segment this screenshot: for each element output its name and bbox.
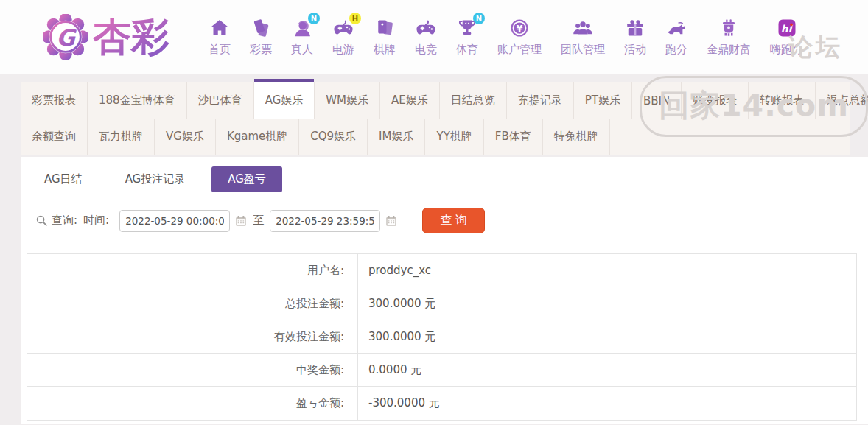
report-tab-label: FB体育 <box>495 130 531 144</box>
lottery-ticket-icon <box>250 17 272 39</box>
report-tab[interactable]: AE娱乐 <box>380 82 440 119</box>
report-tab-label: 彩票报表 <box>32 94 76 108</box>
nav-item-label: 体育 <box>456 43 478 57</box>
sub-tab-label: AG盈亏 <box>228 172 266 186</box>
svg-text:G: G <box>56 24 77 51</box>
nav-item-label: 首页 <box>209 43 231 57</box>
nav-item-label: 电竞 <box>415 43 437 57</box>
nav-item-label: 嗨跑分 <box>770 43 803 57</box>
nav-item[interactable]: N 体育 <box>447 17 488 57</box>
report-tabs-panel: 彩票报表 188金宝博体育 沙巴体育 AG娱乐 WM娱乐 AE娱乐 日结总览 充… <box>21 82 850 155</box>
report-tab[interactable]: VG娱乐 <box>155 119 216 155</box>
nav-item-label: 团队管理 <box>561 43 605 57</box>
nav-item[interactable]: H 电游 <box>323 17 364 57</box>
nav-item-label: 真人 <box>291 43 313 57</box>
report-tab[interactable]: 日结总览 <box>440 82 507 119</box>
report-tab-label: CQ9娱乐 <box>310 130 356 144</box>
report-tab-label: BBIN <box>643 94 670 108</box>
summary-row: 中奖金额: 0.0000 元 <box>27 354 856 387</box>
summary-row: 盈亏金额: -300.0000 元 <box>27 387 856 420</box>
end-time-input[interactable] <box>270 210 380 232</box>
summary-row-value: -300.0000 元 <box>358 387 856 420</box>
sub-tab[interactable]: AG日结 <box>28 166 99 192</box>
ag-sub-tabs: AG日结 AG投注记录 AG盈亏 <box>21 166 868 192</box>
main-nav: 首页 彩票 N 真人 H 电游 棋牌 电竞 N 体育 ¥ 账户管理 团队管理 活… <box>199 17 813 57</box>
nav-item-label: 账户管理 <box>497 43 542 57</box>
report-tab-label: PT娱乐 <box>585 94 620 108</box>
nav-item[interactable]: 跑分 <box>656 17 697 57</box>
summary-row-value: proddyc_xc <box>358 254 856 287</box>
nav-item[interactable]: 首页 <box>199 17 240 57</box>
report-tab[interactable]: YY棋牌 <box>425 119 483 155</box>
report-tab-label: 返点总额 <box>827 94 868 108</box>
brand-name: 杏彩 <box>93 14 187 60</box>
report-tab[interactable]: PT娱乐 <box>574 82 632 119</box>
summary-row-label: 总投注金额: <box>27 287 358 320</box>
nav-item[interactable]: 团队管理 <box>551 17 615 57</box>
report-tab-label: 瓦力棋牌 <box>99 130 143 144</box>
content-panel: AG日结 AG投注记录 AG盈亏 查询: 时间: <box>21 157 868 424</box>
report-tab-label: VG娱乐 <box>166 130 204 144</box>
summary-row-value: 0.0000 元 <box>358 354 856 386</box>
report-tab[interactable]: IM娱乐 <box>368 119 425 155</box>
search-submit-button[interactable]: 查 询 <box>422 208 485 233</box>
report-tab[interactable]: 沙巴体育 <box>187 82 254 119</box>
summary-row-label: 中奖金额: <box>27 354 358 386</box>
nav-item[interactable]: 电竞 <box>405 17 447 57</box>
report-tab-label: 账变报表 <box>693 94 737 108</box>
nav-item[interactable]: hi 嗨跑分 <box>760 17 813 57</box>
report-tab-label: 特兔棋牌 <box>554 130 598 144</box>
report-tab[interactable]: 返点总额 <box>816 82 868 119</box>
nav-item[interactable]: 金鼎财富 <box>697 17 760 57</box>
activity-gift-icon <box>624 17 646 39</box>
query-label: 查询: <box>52 214 77 228</box>
nav-item[interactable]: N 真人 <box>281 17 323 57</box>
brand-logo[interactable]: G 杏彩 <box>43 14 187 60</box>
search-form: 查询: 时间: 至 <box>35 208 868 233</box>
report-tab[interactable]: AG娱乐 <box>254 82 315 119</box>
report-tab-label: 日结总览 <box>451 94 495 108</box>
report-tab[interactable]: BBIN <box>632 82 682 119</box>
sub-tab-label: AG投注记录 <box>125 172 186 186</box>
report-tab[interactable]: 瓦力棋牌 <box>88 119 155 155</box>
search-icon <box>35 214 48 227</box>
report-tab[interactable]: 转账报表 <box>749 82 816 119</box>
report-tab[interactable]: 特兔棋牌 <box>543 119 610 155</box>
summary-row-value: 300.0000 元 <box>358 287 856 320</box>
report-tab-label: IM娱乐 <box>379 130 413 144</box>
nav-item-label: 活动 <box>624 43 646 57</box>
calendar-icon[interactable] <box>234 214 248 228</box>
report-tab-label: Kgame棋牌 <box>227 130 287 144</box>
nav-item[interactable]: 棋牌 <box>364 17 405 57</box>
nav-item[interactable]: 彩票 <box>240 17 281 57</box>
nav-badge: H <box>349 13 361 24</box>
sub-tab[interactable]: AG投注记录 <box>109 166 202 192</box>
report-tab[interactable]: 余额查询 <box>21 119 88 155</box>
sub-tab[interactable]: AG盈亏 <box>211 166 282 192</box>
start-time-input[interactable] <box>119 210 230 232</box>
nav-item[interactable]: ¥ 账户管理 <box>488 17 551 57</box>
report-tab-label: WM娱乐 <box>326 94 368 108</box>
top-navbar: G 杏彩 首页 彩票 N 真人 H 电游 棋牌 电竞 N 体育 ¥ 账户管理 <box>0 0 868 74</box>
nav-badge: N <box>308 13 320 24</box>
summary-row-value: 300.0000 元 <box>358 320 856 353</box>
nav-badge: N <box>473 13 485 24</box>
time-label: 时间: <box>83 214 109 228</box>
report-tab[interactable]: FB体育 <box>484 119 543 155</box>
report-tab[interactable]: 账变报表 <box>682 82 749 119</box>
nav-item-label: 彩票 <box>250 43 272 57</box>
calendar-icon[interactable] <box>385 214 398 228</box>
nav-item[interactable]: 活动 <box>615 17 656 57</box>
summary-row: 有效投注金额: 300.0000 元 <box>27 320 856 354</box>
report-tab-label: 沙巴体育 <box>198 94 242 108</box>
report-tab[interactable]: Kgame棋牌 <box>216 119 299 155</box>
svg-text:杏彩: 杏彩 <box>93 15 169 59</box>
summary-row: 总投注金额: 300.0000 元 <box>27 287 856 320</box>
report-tab[interactable]: WM娱乐 <box>315 82 380 119</box>
report-tab[interactable]: 188金宝博体育 <box>88 82 187 119</box>
report-tab[interactable]: 充提记录 <box>507 82 574 119</box>
report-tab-label: 转账报表 <box>760 94 804 108</box>
report-tab[interactable]: 彩票报表 <box>21 82 88 119</box>
nav-item-label: 电游 <box>332 43 354 57</box>
report-tab[interactable]: CQ9娱乐 <box>299 119 368 155</box>
